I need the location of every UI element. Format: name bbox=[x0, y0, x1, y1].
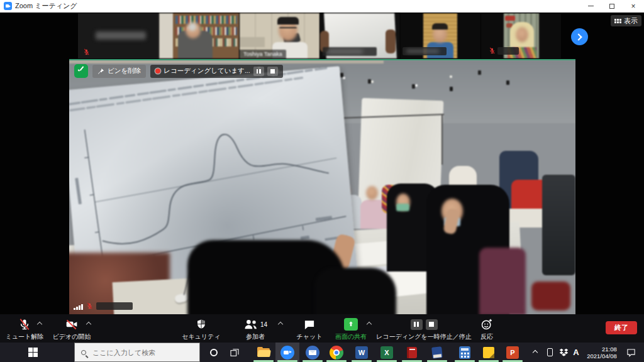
share-screen-icon bbox=[344, 318, 358, 331]
taskbar-search[interactable] bbox=[74, 343, 200, 362]
photo-glasses bbox=[279, 27, 297, 30]
tray-show-hidden-icons[interactable] bbox=[528, 343, 542, 362]
next-participants-button[interactable] bbox=[571, 28, 588, 45]
taskbar-zoom[interactable] bbox=[275, 343, 299, 362]
stage-overlay-controls: ピンを削除 レコーディングしています... bbox=[74, 64, 283, 78]
taskbar-calculator[interactable] bbox=[453, 343, 477, 362]
excel-icon: X bbox=[380, 346, 393, 359]
tray-ime-mode[interactable]: A bbox=[570, 343, 582, 362]
file-explorer-icon bbox=[256, 345, 271, 360]
share-screen-button[interactable]: 画面の共有 bbox=[327, 314, 375, 343]
taskbar-red-book-app[interactable] bbox=[400, 343, 424, 362]
clock-time: 21:08 bbox=[587, 346, 617, 353]
photo-hand bbox=[386, 30, 396, 53]
notification-icon bbox=[626, 348, 636, 357]
taskbar-mail[interactable] bbox=[301, 343, 325, 362]
chat-bubble-icon bbox=[303, 319, 316, 331]
taskbar-word[interactable]: W bbox=[350, 343, 374, 362]
recording-indicator: レコーディングしています... bbox=[150, 65, 282, 78]
meeting-room-photo bbox=[69, 60, 575, 314]
photo-desk bbox=[240, 37, 265, 47]
remove-pin-label: ピンを削除 bbox=[108, 67, 141, 75]
reactions-button[interactable]: 反応 bbox=[472, 314, 502, 343]
zoom-app-icon bbox=[4, 2, 12, 10]
photo-green-mask bbox=[396, 204, 409, 211]
taskbar-file-explorer[interactable] bbox=[252, 343, 275, 362]
blurred-face bbox=[366, 186, 378, 200]
end-meeting-button[interactable]: 終了 bbox=[606, 321, 637, 334]
pause-recording-button[interactable] bbox=[253, 67, 264, 76]
phone-icon bbox=[547, 348, 553, 356]
photo-dark-red-chair bbox=[531, 282, 570, 310]
blurred-speaker-name bbox=[96, 302, 133, 310]
photo-dark-cabinet bbox=[542, 175, 575, 275]
blurred-face bbox=[186, 22, 201, 38]
tray-clock[interactable]: 21:08 2021/04/08 bbox=[582, 343, 621, 362]
chat-button[interactable]: チャット bbox=[287, 314, 332, 343]
muted-mic-icon bbox=[18, 318, 31, 331]
photo-shelf-items bbox=[505, 16, 515, 21]
search-input[interactable] bbox=[91, 348, 186, 357]
tray-your-phone[interactable] bbox=[543, 343, 557, 362]
recording-controls[interactable]: レコーディングを一時停止／停止 bbox=[376, 314, 472, 343]
windows-logo-icon bbox=[28, 348, 38, 357]
photo-hair bbox=[277, 17, 299, 25]
participant-tile-headscarf-woman[interactable] bbox=[481, 13, 561, 58]
zoom-meeting-window: Zoom ミーティング × bbox=[0, 0, 644, 362]
view-button-label: 表示 bbox=[624, 16, 638, 26]
pause-recording-icon[interactable] bbox=[411, 319, 423, 330]
view-button[interactable]: 表示 bbox=[611, 15, 641, 26]
tray-dropbox[interactable] bbox=[556, 343, 571, 362]
start-button[interactable] bbox=[18, 343, 48, 362]
unmute-button[interactable]: ミュート解除 bbox=[1, 314, 48, 343]
participant-tile-paper[interactable] bbox=[320, 13, 400, 58]
unmute-label: ミュート解除 bbox=[6, 332, 44, 341]
taskbar-sticky-notes[interactable] bbox=[477, 343, 501, 362]
task-view-button[interactable] bbox=[224, 343, 245, 362]
participant-tile-toshiya-tanaka[interactable]: Toshiya Tanaka bbox=[240, 13, 319, 58]
stop-recording-button[interactable] bbox=[267, 67, 278, 76]
red-book-icon bbox=[404, 345, 419, 360]
title-bar: Zoom ミーティング × bbox=[0, 0, 644, 13]
action-center-button[interactable] bbox=[621, 343, 640, 362]
windows-taskbar: W X bbox=[0, 343, 644, 362]
muted-video-icon bbox=[65, 318, 79, 331]
blurred-participant-name bbox=[323, 47, 377, 56]
chevron-up-icon bbox=[533, 349, 538, 354]
taskbar-blue-book-app[interactable] bbox=[425, 343, 449, 362]
blurred-participant-name bbox=[96, 31, 146, 40]
blurred-participant-name bbox=[402, 47, 447, 55]
chrome-icon bbox=[329, 345, 344, 360]
sticky-notes-icon bbox=[481, 345, 496, 360]
security-button[interactable]: セキュリティ bbox=[177, 314, 225, 343]
participant-tile-blue-shirt-man[interactable] bbox=[401, 13, 480, 58]
photo-books-row bbox=[175, 16, 237, 24]
zoom-toolbar: ミュート解除 ビデオの開始 bbox=[0, 314, 644, 343]
maximize-button[interactable] bbox=[601, 0, 623, 12]
start-video-label: ビデオの開始 bbox=[53, 332, 91, 341]
reactions-smiley-icon bbox=[480, 318, 493, 331]
participants-icon bbox=[243, 318, 258, 331]
participant-tile-audio-only[interactable] bbox=[78, 13, 158, 58]
taskbar-powerpoint[interactable]: P bbox=[501, 343, 525, 362]
recording-status-label: レコーディングしています... bbox=[164, 67, 250, 75]
participant-tile-bookshelf-man[interactable] bbox=[159, 13, 239, 58]
taskbar-excel[interactable]: X bbox=[375, 343, 399, 362]
stop-recording-icon[interactable] bbox=[426, 319, 438, 330]
share-screen-label: 画面の共有 bbox=[335, 332, 367, 341]
taskbar-chrome[interactable] bbox=[325, 343, 348, 362]
close-button[interactable]: × bbox=[623, 0, 644, 12]
participants-button[interactable]: 14 参加者 bbox=[230, 314, 280, 343]
clock-date: 2021/04/08 bbox=[587, 353, 617, 359]
recording-controls-label: レコーディングを一時停止／停止 bbox=[376, 332, 472, 341]
reactions-label: 反応 bbox=[480, 332, 493, 341]
muted-mic-icon bbox=[83, 48, 90, 56]
mail-icon bbox=[305, 345, 320, 360]
recording-dot-icon bbox=[155, 69, 160, 74]
gallery-grid-icon bbox=[614, 19, 621, 23]
cortana-button[interactable] bbox=[204, 343, 223, 362]
minimize-button[interactable] bbox=[580, 0, 601, 12]
start-video-button[interactable]: ビデオの開始 bbox=[48, 314, 96, 343]
security-shield-icon[interactable] bbox=[74, 64, 88, 78]
remove-pin-button[interactable]: ピンを削除 bbox=[92, 65, 146, 78]
